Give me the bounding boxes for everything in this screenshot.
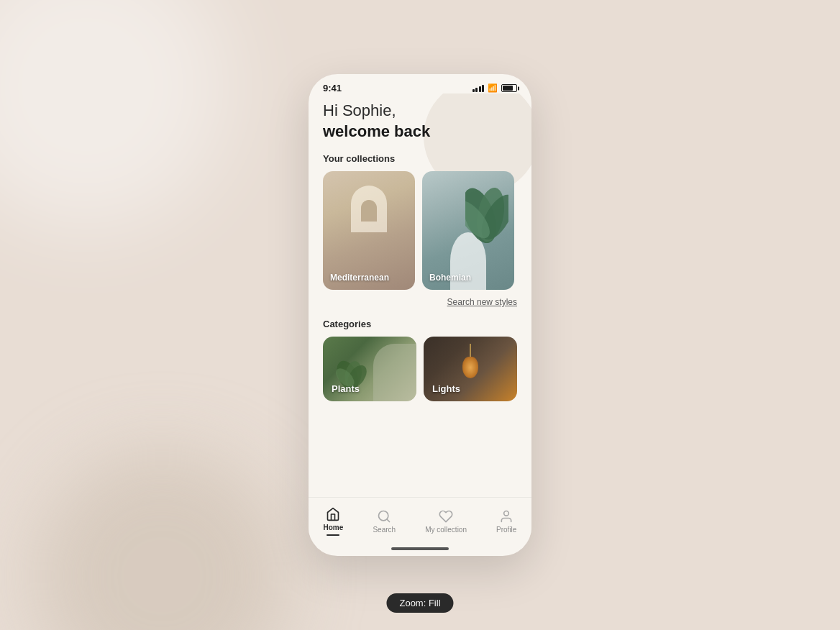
greeting-welcome: welcome back (323, 122, 517, 142)
zoom-label: Zoom: Fill (386, 593, 453, 613)
categories-section-label: Categories (309, 319, 531, 337)
status-time: 9:41 (323, 83, 342, 93)
signal-icon (472, 85, 485, 92)
nav-active-indicator (327, 534, 339, 536)
nav-item-profile[interactable]: Profile (490, 506, 522, 537)
hero-section: Hi Sophie, welcome back (309, 93, 531, 153)
home-indicator-bar (391, 547, 449, 550)
plant-decoration (465, 178, 508, 250)
category-label-plants: Plants (332, 383, 360, 394)
nav-item-my-collection[interactable]: My collection (419, 506, 472, 537)
status-bar: 9:41 📶 (309, 74, 531, 93)
search-link-container: Search new styles (309, 290, 531, 319)
nav-label-search: Search (373, 526, 396, 534)
profile-icon (498, 508, 514, 524)
home-icon (325, 506, 341, 522)
card-label-mediterranean: Mediterranean (330, 273, 389, 283)
wifi-icon: 📶 (488, 83, 498, 93)
home-indicator (309, 542, 531, 556)
nav-label-profile: Profile (496, 526, 516, 534)
collection-card-mediterranean[interactable]: Mediterranean (323, 171, 415, 290)
category-label-lights: Lights (432, 383, 460, 394)
search-new-styles-link[interactable]: Search new styles (447, 297, 517, 307)
collection-card-bohemian[interactable]: Bohemian (422, 171, 514, 290)
bottom-nav: Home Search My collection (309, 497, 531, 542)
categories-grid: Plants Lights (309, 337, 531, 416)
greeting-hi: Hi Sophie, (323, 101, 517, 122)
svg-point-10 (504, 511, 509, 516)
svg-line-9 (387, 519, 390, 522)
nav-label-home: Home (324, 524, 344, 531)
collections-grid: Mediterranean Bohemian (309, 171, 531, 290)
battery-fill (503, 86, 513, 91)
nav-item-search[interactable]: Search (367, 506, 401, 537)
category-card-lights[interactable]: Lights (424, 337, 517, 401)
search-icon (376, 508, 392, 524)
category-card-plants[interactable]: Plants (323, 337, 416, 401)
greeting: Hi Sophie, welcome back (323, 101, 517, 142)
nav-item-home[interactable]: Home (318, 503, 350, 539)
status-icons: 📶 (472, 83, 518, 93)
card-label-bohemian: Bohemian (429, 273, 471, 283)
scroll-content[interactable]: Hi Sophie, welcome back Your collections… (309, 93, 531, 497)
phone-frame: 9:41 📶 Hi Sophie, welcome back Your coll… (309, 74, 531, 556)
battery-icon (501, 84, 517, 92)
nav-label-my-collection: My collection (425, 526, 467, 534)
heart-icon (438, 508, 454, 524)
